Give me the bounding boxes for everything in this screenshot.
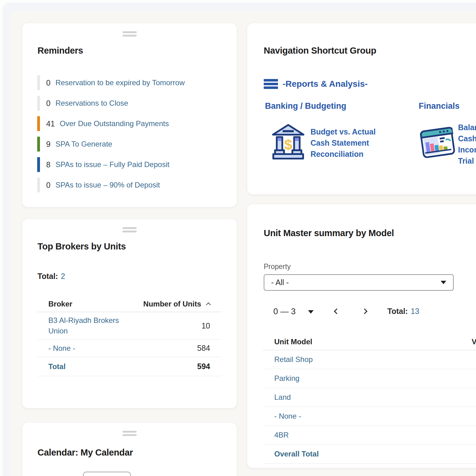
status-bar-icon: [37, 116, 40, 131]
range-caret-icon[interactable]: [308, 310, 314, 314]
nav-link[interactable]: Income Statement: [458, 144, 476, 155]
units-value: 584: [197, 344, 210, 353]
status-bar-icon: [37, 75, 40, 90]
calendar-card: Calendar: My Calendar: [22, 423, 237, 476]
reminder-item: 0 Reservations to Close: [37, 96, 185, 111]
reports-analysis-label[interactable]: -Reports & Analysis-: [283, 79, 368, 89]
reminder-link[interactable]: SPAs to issue – Fully Paid Deposit: [55, 160, 170, 169]
navigation-card-title: Navigation Shortcut Group: [264, 46, 376, 56]
broker-link[interactable]: B3 Al-Riyadh Brokers Union: [48, 315, 126, 336]
table-row: - None - 584: [37, 340, 221, 357]
unit-model-link[interactable]: Retail Shop: [274, 355, 313, 364]
table-footer-row: Total 594: [37, 357, 221, 376]
table-footer-row: Overall Total: [263, 445, 476, 464]
nav-link[interactable]: Trial Balance: [458, 155, 476, 166]
brokers-table: Broker Number of Units B3 Al-Riyadh Brok…: [37, 296, 221, 376]
previous-page-icon[interactable]: [334, 308, 339, 314]
reminder-item: 41 Over Due Outstanding Payments: [37, 116, 185, 131]
reminder-count: 0: [46, 181, 51, 190]
reminder-link[interactable]: Over Due Outstanding Payments: [60, 119, 169, 128]
page-range-selector[interactable]: 0 — 3: [273, 307, 296, 316]
overall-total-label: Overall Total: [274, 450, 319, 458]
financials-links: Balance Sheet Cash Flow Income Statement…: [458, 122, 476, 166]
property-select-value: - All -: [271, 278, 289, 287]
reminder-count: 9: [46, 140, 51, 149]
column-number-of-units: Number of Units: [143, 300, 201, 308]
property-select[interactable]: - All -: [264, 274, 454, 291]
nav-link[interactable]: Balance Sheet: [458, 122, 476, 133]
property-label: Property: [264, 262, 291, 271]
nav-link[interactable]: Cash Statement: [311, 137, 376, 148]
table-row: Parking: [263, 369, 476, 388]
nav-link[interactable]: Reconciliation: [311, 148, 376, 160]
navigation-shortcut-card: Navigation Shortcut Group -Reports & Ana…: [247, 23, 476, 194]
unit-model-table: Unit Model Vacant Retail Shop Parking La…: [263, 334, 476, 464]
pagination-total-label: Total:: [387, 307, 408, 315]
hamburger-menu-icon[interactable]: [264, 78, 278, 90]
status-bar-icon: [37, 178, 40, 192]
svg-text:$: $: [284, 136, 292, 153]
table-row: Land: [263, 388, 476, 407]
dashboard-page: Reminders 0 Reservation to be expired by…: [0, 0, 476, 476]
pagination-total: Total:13: [387, 307, 419, 316]
unit-master-title: Unit Master summary by Model: [264, 228, 394, 238]
reminder-item: 8 SPAs to issue – Fully Paid Deposit: [37, 157, 185, 172]
column-unit-model: Unit Model: [274, 337, 312, 346]
banking-budgeting-heading: Banking / Budgeting: [265, 101, 346, 111]
reminders-card: Reminders 0 Reservation to be expired by…: [22, 23, 237, 207]
total-label: Total:: [37, 272, 58, 280]
banking-links: Budget vs. Actual Cash Statement Reconci…: [311, 126, 376, 160]
drag-handle-icon[interactable]: [122, 429, 137, 438]
table-row: B3 Al-Riyadh Brokers Union 10: [37, 312, 221, 340]
financials-heading: Financials: [419, 101, 460, 111]
drag-handle-icon[interactable]: [122, 226, 137, 234]
table-row: - None -: [263, 407, 476, 426]
drag-handle-icon[interactable]: [122, 30, 137, 38]
unit-model-link[interactable]: Land: [274, 393, 291, 402]
status-bar-icon: [37, 137, 40, 152]
status-bar-icon: [37, 96, 40, 111]
pagination-bar: 0 — 3 Total:13: [247, 305, 476, 319]
reminder-item: 0 SPAs to issue – 90% of Deposit: [37, 178, 185, 192]
table-row: 4BR: [263, 426, 476, 445]
brokers-table-header: Broker Number of Units: [37, 296, 221, 312]
brokers-total-line: Total:2: [37, 272, 65, 281]
calendar-toolbar-button[interactable]: [83, 472, 131, 476]
reminder-count: 0: [46, 78, 51, 87]
pagination-total-value: 13: [411, 307, 419, 315]
reminder-item: 0 Reservation to be expired by Tomorrow: [37, 75, 185, 90]
broker-link[interactable]: - None -: [48, 343, 126, 354]
unit-master-card: Unit Master summary by Model Property - …: [247, 204, 476, 468]
status-bar-icon: [37, 157, 40, 172]
nav-link[interactable]: Cash Flow: [458, 133, 476, 144]
calendar-title: Calendar: My Calendar: [37, 447, 133, 458]
reminders-title: Reminders: [37, 46, 83, 56]
footer-total-label: Total: [48, 361, 126, 372]
reminder-count: 0: [46, 99, 51, 108]
units-value: 10: [201, 321, 210, 330]
next-page-icon[interactable]: [362, 308, 367, 314]
reminder-link[interactable]: Reservation to be expired by Tomorrow: [55, 78, 185, 87]
reminders-list: 0 Reservation to be expired by Tomorrow …: [37, 75, 185, 192]
reminder-item: 9 SPA To Generate: [37, 137, 185, 152]
reminder-link[interactable]: SPAs to issue – 90% of Deposit: [55, 181, 160, 189]
unit-model-link[interactable]: 4BR: [274, 431, 289, 439]
unit-model-link[interactable]: - None -: [274, 412, 301, 421]
reminder-count: 8: [46, 160, 51, 169]
sort-ascending-icon[interactable]: [206, 302, 211, 307]
reports-analysis-menu[interactable]: -Reports & Analysis-: [264, 78, 368, 90]
total-value-link[interactable]: 2: [61, 272, 65, 280]
column-vacant: Vacant: [472, 337, 476, 346]
reminder-link[interactable]: SPA To Generate: [55, 140, 112, 148]
nav-link[interactable]: Budget vs. Actual: [311, 126, 376, 137]
unit-table-header: Unit Model Vacant: [263, 334, 476, 350]
reminder-link[interactable]: Reservations to Close: [55, 99, 128, 108]
chevron-down-icon: [441, 281, 446, 284]
top-brokers-card: Top Brokers by Units Total:2 Broker Numb…: [22, 219, 237, 408]
chart-window-icon: [419, 125, 456, 161]
column-broker: Broker: [48, 300, 72, 308]
footer-total-value: 594: [197, 362, 210, 371]
reminder-count: 41: [46, 119, 55, 128]
bank-icon: $: [271, 123, 306, 161]
unit-model-link[interactable]: Parking: [274, 374, 299, 383]
